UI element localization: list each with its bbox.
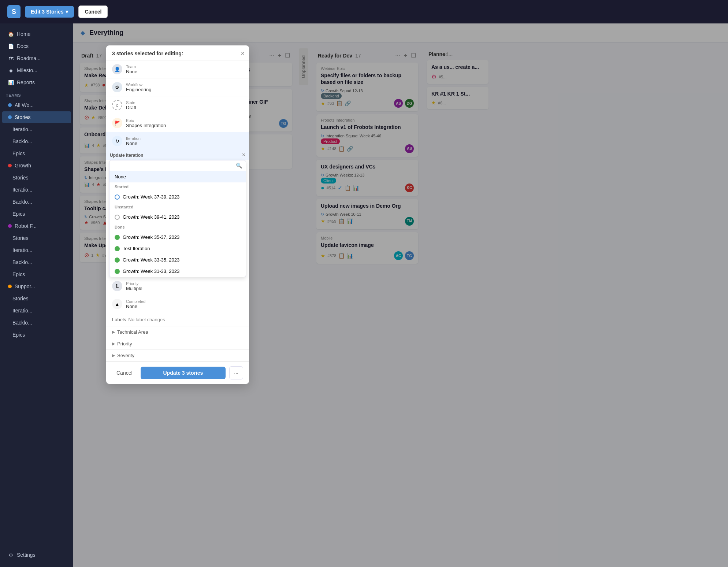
modal-row-iteration[interactable]: ↻ Iteration None bbox=[106, 132, 249, 150]
sidebar-item-robot-stories[interactable]: Stories bbox=[2, 232, 71, 244]
labels-value: No label changes bbox=[128, 317, 165, 322]
sidebar: 🏠 Home 📄 Docs 🗺 Roadma... ◆ Milesto... 📊… bbox=[0, 23, 73, 567]
sidebar-item-backlog[interactable]: Backlo... bbox=[2, 136, 71, 147]
roadmap-icon: 🗺 bbox=[8, 55, 14, 61]
dropdown-option-week33-35[interactable]: Growth: Week 33-35, 2023 bbox=[109, 254, 246, 266]
modal-row-content-priority: Priority Multiple bbox=[126, 281, 243, 291]
dropdown-option-week31-33[interactable]: Growth: Week 31-33, 2023 bbox=[109, 266, 246, 277]
home-icon: 🏠 bbox=[8, 31, 14, 37]
modal-row-priority: ⇅ Priority Multiple bbox=[106, 277, 249, 295]
sidebar-item-home[interactable]: 🏠 Home bbox=[2, 28, 71, 40]
sidebar-item-growth-epics[interactable]: Epics bbox=[2, 208, 71, 220]
modal-cancel-button[interactable]: Cancel bbox=[112, 367, 137, 379]
sidebar-item-growth-backlog[interactable]: Backlo... bbox=[2, 196, 71, 208]
search-icon: 🔍 bbox=[236, 163, 242, 168]
sidebar-item-robot-iter[interactable]: Iteratio... bbox=[2, 244, 71, 256]
sidebar-item-growth-stories[interactable]: Stories bbox=[2, 172, 71, 184]
modal-close-button[interactable]: × bbox=[241, 50, 245, 58]
dropdown-panel: 🔍 None Started Growth: Week 37-39, 2023 … bbox=[109, 160, 246, 277]
sidebar-item-epics[interactable]: Epics bbox=[2, 148, 71, 159]
sidebar-item-robot-backlog[interactable]: Backlo... bbox=[2, 256, 71, 268]
workflow-icon: ⚙ bbox=[112, 82, 122, 92]
modal-row-content-epic: Epic Shapes Integration bbox=[126, 118, 243, 128]
modal-footer: Cancel Update 3 stories ··· bbox=[106, 362, 249, 384]
modal-title: 3 stories selected for editing: bbox=[112, 51, 183, 56]
dropdown-option-week35-37[interactable]: Growth: Week 35-37, 2023 bbox=[109, 231, 246, 243]
expand-priority[interactable]: ▶ Priority bbox=[106, 338, 249, 350]
modal-row-completed: ▲ Completed None bbox=[106, 295, 249, 313]
sidebar-item-robot[interactable]: Robot F... bbox=[2, 220, 71, 232]
modal-labels-row: Labels No label changes bbox=[106, 313, 249, 326]
iteration-unstarted-icon bbox=[115, 215, 120, 220]
sidebar-item-docs[interactable]: 📄 Docs bbox=[2, 40, 71, 52]
completed-value: None bbox=[126, 304, 243, 309]
priority-row-label: Priority bbox=[126, 281, 243, 286]
sidebar-item-support-stories[interactable]: Stories bbox=[2, 293, 71, 304]
sidebar-item-settings[interactable]: ⚙ Settings bbox=[2, 549, 71, 561]
section-unstarted: Unstarted bbox=[109, 203, 246, 211]
sidebar-item-milestones[interactable]: ◆ Milesto... bbox=[2, 64, 71, 76]
team-label: Team bbox=[126, 64, 243, 69]
technical-area-label: Technical Area bbox=[117, 329, 148, 335]
topbar: S Edit 3 Stories ▾ Cancel bbox=[0, 0, 728, 23]
option-label-week39-41: Growth: Week 39-41, 2023 bbox=[123, 214, 179, 220]
dropdown-option-none[interactable]: None bbox=[109, 171, 246, 182]
sidebar-item-iterations[interactable]: Iteratio... bbox=[2, 123, 71, 135]
completed-row-icon: ▲ bbox=[112, 299, 122, 309]
modal-update-button[interactable]: Update 3 stories bbox=[141, 367, 226, 379]
chevron-right-icon: ▶ bbox=[112, 330, 115, 334]
sidebar-item-growth[interactable]: Growth bbox=[2, 160, 71, 171]
team-dot-support bbox=[8, 285, 12, 288]
epic-value: Shapes Integration bbox=[126, 123, 243, 128]
team-dot bbox=[8, 115, 12, 119]
modal-row-content-completed: Completed None bbox=[126, 299, 243, 309]
dropdown-close-button[interactable]: × bbox=[242, 152, 245, 158]
dropdown-header: Update Iteration × bbox=[106, 150, 249, 160]
sidebar-item-stories[interactable]: Stories bbox=[2, 111, 71, 123]
sidebar-item-support-iter[interactable]: Iteratio... bbox=[2, 305, 71, 316]
workflow-value: Engineering bbox=[126, 87, 243, 92]
modal-row-content-state: State Draft bbox=[126, 100, 243, 110]
modal-more-button[interactable]: ··· bbox=[229, 366, 243, 379]
dropdown-option-week37-39[interactable]: Growth: Week 37-39, 2023 bbox=[109, 191, 246, 203]
state-label: State bbox=[126, 100, 243, 105]
dropdown-option-test-iter[interactable]: Test Iteration bbox=[109, 243, 246, 254]
edit-stories-button[interactable]: Edit 3 Stories ▾ bbox=[25, 6, 74, 18]
content-area: ◆ Everything Draft 17 ··· + ☐ Shapes Int… bbox=[73, 23, 728, 567]
severity-label: Severity bbox=[117, 353, 134, 358]
sidebar-item-reports[interactable]: 📊 Reports bbox=[2, 77, 71, 88]
sidebar-item-roadmap[interactable]: 🗺 Roadma... bbox=[2, 52, 71, 64]
modal-header: 3 stories selected for editing: × bbox=[106, 45, 249, 60]
section-started: Started bbox=[109, 182, 246, 191]
modal-row-team: 👤 Team None bbox=[106, 60, 249, 78]
option-label-week37-39: Growth: Week 37-39, 2023 bbox=[123, 194, 179, 200]
modal-row-state: ○ State Draft bbox=[106, 96, 249, 114]
expand-severity[interactable]: ▶ Severity bbox=[106, 350, 249, 362]
team-dot-robot bbox=[8, 224, 12, 228]
dropdown-search-container: 🔍 bbox=[109, 160, 246, 171]
option-label-week33-35: Growth: Week 33-35, 2023 bbox=[123, 257, 179, 263]
sidebar-item-growth-iter[interactable]: Iteratio... bbox=[2, 184, 71, 196]
modal-row-content-workflow: Workflow Engineering bbox=[126, 82, 243, 92]
epic-label: Epic bbox=[126, 118, 243, 123]
iteration-done-icon1 bbox=[115, 235, 120, 240]
sidebar-item-all-workspaces[interactable]: All Wo... bbox=[2, 99, 71, 111]
sidebar-item-support-backlog[interactable]: Backlo... bbox=[2, 317, 71, 329]
settings-icon: ⚙ bbox=[8, 552, 14, 558]
dropdown-option-week39-41[interactable]: Growth: Week 39-41, 2023 bbox=[109, 211, 246, 223]
team-dot-growth bbox=[8, 164, 12, 167]
cancel-top-button[interactable]: Cancel bbox=[78, 5, 108, 18]
modal-row-workflow: ⚙ Workflow Engineering bbox=[106, 78, 249, 96]
app-logo: S bbox=[7, 5, 21, 18]
team-icon: 👤 bbox=[112, 64, 122, 74]
modal-row-content-team: Team None bbox=[126, 64, 243, 74]
iteration-row-icon: ↻ bbox=[112, 136, 122, 146]
sidebar-item-robot-epics[interactable]: Epics bbox=[2, 268, 71, 280]
section-done: Done bbox=[109, 223, 246, 231]
sidebar-item-support-epics[interactable]: Epics bbox=[2, 329, 71, 341]
sidebar-item-support[interactable]: Suppor... bbox=[2, 281, 71, 292]
reports-icon: 📊 bbox=[8, 79, 14, 85]
state-icon: ○ bbox=[112, 100, 122, 110]
dropdown-search-input[interactable] bbox=[113, 163, 234, 168]
expand-technical-area[interactable]: ▶ Technical Area bbox=[106, 326, 249, 338]
